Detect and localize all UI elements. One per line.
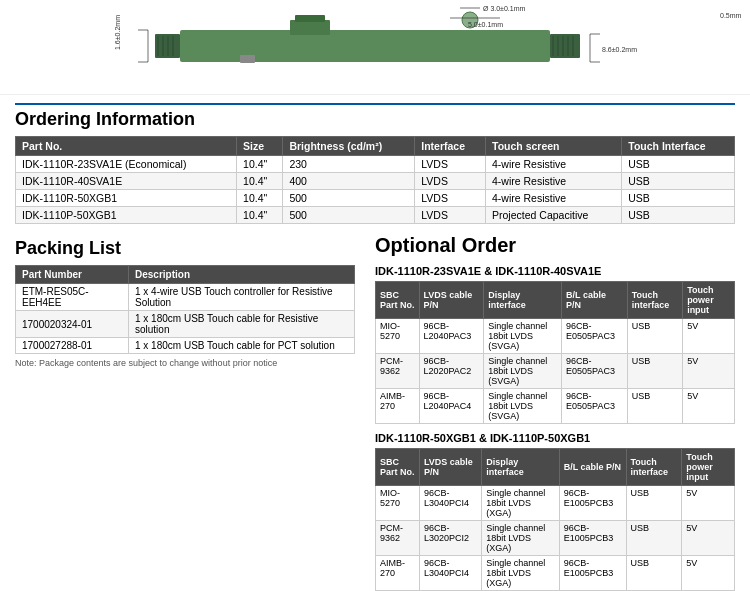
opt-col-power: Touch power input <box>683 282 735 319</box>
table-row: MIO-527096CB-L2040PAC3Single channel 18b… <box>376 319 735 354</box>
main-content: Ordering Information Part No. Size Brigh… <box>0 95 750 591</box>
pack-col-partnum: Part Number <box>16 266 129 284</box>
svg-text:0.5mm: 0.5mm <box>720 12 742 19</box>
optional-order-section: Optional Order IDK-1110R-23SVA1E & IDK-1… <box>375 234 735 591</box>
col-size: Size <box>237 137 283 156</box>
optional-subsection-2: IDK-1110R-50XGB1 & IDK-1110P-50XGB1 <box>375 432 735 444</box>
opt2-col-sbc: SBC Part No. <box>376 449 420 486</box>
table-row: IDK-1110R-40SVA1E10.4"400LVDS4-wire Resi… <box>16 173 735 190</box>
col-interface: Interface <box>415 137 486 156</box>
table-row: IDK-1110R-23SVA1E (Economical)10.4"230LV… <box>16 156 735 173</box>
packing-table: Part Number Description ETM-RES05C-EEH4E… <box>15 265 355 354</box>
table-row: AIMB-27096CB-L2040PAC4Single channel 18b… <box>376 389 735 424</box>
opt2-col-bl: B/L cable P/N <box>559 449 626 486</box>
optional-subsection-1: IDK-1110R-23SVA1E & IDK-1110R-40SVA1E <box>375 265 735 277</box>
opt-col-bl: B/L cable P/N <box>562 282 628 319</box>
opt2-col-lvds: LVDS cable P/N <box>419 449 481 486</box>
table-row: IDK-1110R-50XGB110.4"500LVDS4-wire Resis… <box>16 190 735 207</box>
svg-rect-9 <box>550 34 580 58</box>
table-row: ETM-RES05C-EEH4EE1 x 4-wire USB Touch co… <box>16 284 355 311</box>
col-touchscreen: Touch screen <box>486 137 622 156</box>
table-row: 1700020324-011 x 180cm USB Touch cable f… <box>16 311 355 338</box>
table-row: IDK-1110P-50XGB110.4"500LVDSProjected Ca… <box>16 207 735 224</box>
col-touch-interface: Touch Interface <box>622 137 735 156</box>
ordering-table: Part No. Size Brightness (cd/m²) Interfa… <box>15 136 735 224</box>
pack-col-desc: Description <box>129 266 355 284</box>
opt2-col-display: Display interface <box>482 449 560 486</box>
opt2-col-touch: Touch interface <box>626 449 682 486</box>
svg-text:1.6±0.2mm: 1.6±0.2mm <box>114 14 121 49</box>
table-row: AIMB-27096CB-L3040PCI4Single channel 18b… <box>376 556 735 591</box>
opt-col-sbc: SBC Part No. <box>376 282 420 319</box>
table-row: 1700027288-011 x 180cm USB Touch cable f… <box>16 338 355 354</box>
packing-list-section: Packing List Part Number Description ETM… <box>15 234 355 591</box>
svg-text:Ø 3.0±0.1mm: Ø 3.0±0.1mm <box>483 5 526 12</box>
packing-note: Note: Package contents are subject to ch… <box>15 358 355 368</box>
col-part-no: Part No. <box>16 137 237 156</box>
two-col-section: Packing List Part Number Description ETM… <box>15 234 735 591</box>
svg-text:5.0±0.1mm: 5.0±0.1mm <box>468 21 503 28</box>
opt-col-touch: Touch interface <box>627 282 682 319</box>
optional-table-1: SBC Part No. LVDS cable P/N Display inte… <box>375 281 735 424</box>
table-row: MIO-527096CB-L3040PCI4Single channel 18b… <box>376 486 735 521</box>
svg-rect-0 <box>180 30 550 62</box>
col-brightness: Brightness (cd/m²) <box>283 137 415 156</box>
svg-rect-15 <box>240 55 255 63</box>
packing-list-title: Packing List <box>15 238 355 259</box>
svg-text:8.6±0.2mm: 8.6±0.2mm <box>602 46 637 53</box>
opt-col-lvds: LVDS cable P/N <box>419 282 484 319</box>
opt-col-display: Display interface <box>484 282 562 319</box>
svg-rect-2 <box>295 15 325 22</box>
optional-table-2: SBC Part No. LVDS cable P/N Display inte… <box>375 448 735 591</box>
table-row: PCM-936296CB-L2020PAC2Single channel 18b… <box>376 354 735 389</box>
diagram-area: Ø 3.0±0.1mm 5.0±0.1mm 8.6±0.2mm 0.5mm 1.… <box>0 0 750 95</box>
table-row: PCM-936296CB-L3020PCI2Single channel 18b… <box>376 521 735 556</box>
svg-rect-1 <box>290 20 330 35</box>
opt2-col-power: Touch power input <box>682 449 735 486</box>
optional-order-title: Optional Order <box>375 234 735 257</box>
ordering-info-title: Ordering Information <box>15 109 735 130</box>
